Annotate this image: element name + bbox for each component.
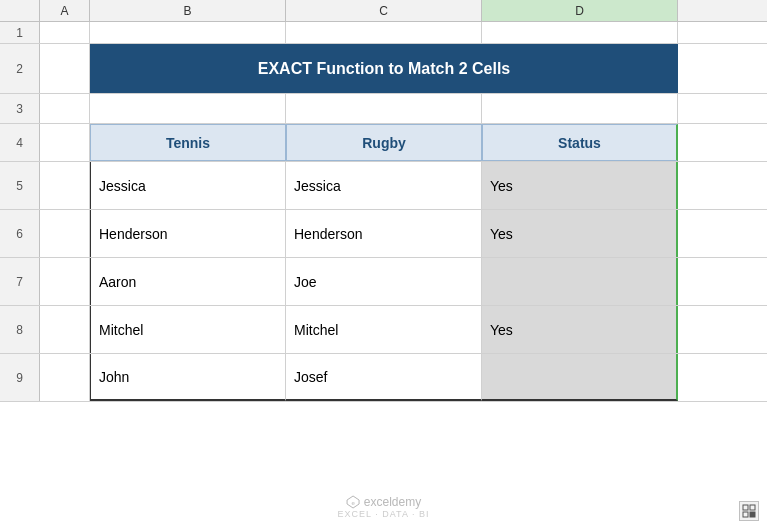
cell-1c[interactable]: [286, 22, 482, 43]
row-1: 1: [0, 22, 767, 44]
cell-7b[interactable]: Aaron: [90, 258, 286, 305]
row-num-1: 1: [0, 22, 40, 43]
row-8: 8 Mitchel Mitchel Yes: [0, 306, 767, 354]
cell-7c[interactable]: Joe: [286, 258, 482, 305]
row-5: 5 Jessica Jessica Yes: [0, 162, 767, 210]
cell-8b[interactable]: Mitchel: [90, 306, 286, 353]
cell-1b[interactable]: [90, 22, 286, 43]
cell-9c[interactable]: Josef: [286, 354, 482, 401]
cell-5b[interactable]: Jessica: [90, 162, 286, 209]
cell-9b[interactable]: John: [90, 354, 286, 401]
cell-8a[interactable]: [40, 306, 90, 353]
cell-8d[interactable]: Yes: [482, 306, 678, 353]
col-tennis-header[interactable]: Tennis: [90, 124, 286, 161]
cell-6c[interactable]: Henderson: [286, 210, 482, 257]
svg-rect-2: [743, 505, 748, 510]
watermark-icon: e: [346, 495, 360, 509]
row-3: 3: [0, 94, 767, 124]
bottom-right-expand-icon[interactable]: [739, 501, 759, 521]
svg-rect-3: [750, 505, 755, 510]
row-7: 7 Aaron Joe: [0, 258, 767, 306]
spreadsheet: A B C D 1 2 EXACT Function to Match 2 Ce…: [0, 0, 767, 529]
cell-2a[interactable]: [40, 44, 90, 93]
cell-3c[interactable]: [286, 94, 482, 123]
svg-rect-4: [743, 512, 748, 517]
cell-3a[interactable]: [40, 94, 90, 123]
corner-cell: [0, 0, 40, 21]
cell-6b[interactable]: Henderson: [90, 210, 286, 257]
svg-text:e: e: [351, 500, 355, 506]
watermark-name: exceldemy: [364, 495, 421, 509]
cell-5d[interactable]: Yes: [482, 162, 678, 209]
cell-3b[interactable]: [90, 94, 286, 123]
cell-4a[interactable]: [40, 124, 90, 161]
svg-rect-5: [750, 512, 755, 517]
col-header-c[interactable]: C: [286, 0, 482, 21]
cell-3d[interactable]: [482, 94, 678, 123]
row-num-3: 3: [0, 94, 40, 123]
col-status-header[interactable]: Status: [482, 124, 678, 161]
watermark: e exceldemy EXCEL · DATA · BI: [338, 495, 430, 519]
row-6: 6 Henderson Henderson Yes: [0, 210, 767, 258]
row-2: 2 EXACT Function to Match 2 Cells: [0, 44, 767, 94]
row-4-headers: 4 Tennis Rugby Status: [0, 124, 767, 162]
row-9: 9 John Josef: [0, 354, 767, 402]
cell-1d[interactable]: [482, 22, 678, 43]
expand-icon: [742, 504, 756, 518]
rows-area: 1 2 EXACT Function to Match 2 Cells 3 4 …: [0, 22, 767, 529]
col-header-a[interactable]: A: [40, 0, 90, 21]
cell-9d[interactable]: [482, 354, 678, 401]
watermark-logo: e exceldemy: [346, 495, 421, 509]
cell-5c[interactable]: Jessica: [286, 162, 482, 209]
cell-5a[interactable]: [40, 162, 90, 209]
col-rugby-header[interactable]: Rugby: [286, 124, 482, 161]
cell-1a[interactable]: [40, 22, 90, 43]
cell-6d[interactable]: Yes: [482, 210, 678, 257]
col-header-d[interactable]: D: [482, 0, 678, 21]
cell-9a[interactable]: [40, 354, 90, 401]
row-num-6: 6: [0, 210, 40, 257]
row-num-7: 7: [0, 258, 40, 305]
cell-8c[interactable]: Mitchel: [286, 306, 482, 353]
column-headers: A B C D: [0, 0, 767, 22]
col-header-b[interactable]: B: [90, 0, 286, 21]
title-cell: EXACT Function to Match 2 Cells: [90, 44, 678, 93]
cell-6a[interactable]: [40, 210, 90, 257]
row-num-4: 4: [0, 124, 40, 161]
row-num-8: 8: [0, 306, 40, 353]
watermark-sub: EXCEL · DATA · BI: [338, 509, 430, 519]
row-num-9: 9: [0, 354, 40, 401]
cell-7a[interactable]: [40, 258, 90, 305]
row-num-2: 2: [0, 44, 40, 93]
row-num-5: 5: [0, 162, 40, 209]
cell-7d[interactable]: [482, 258, 678, 305]
